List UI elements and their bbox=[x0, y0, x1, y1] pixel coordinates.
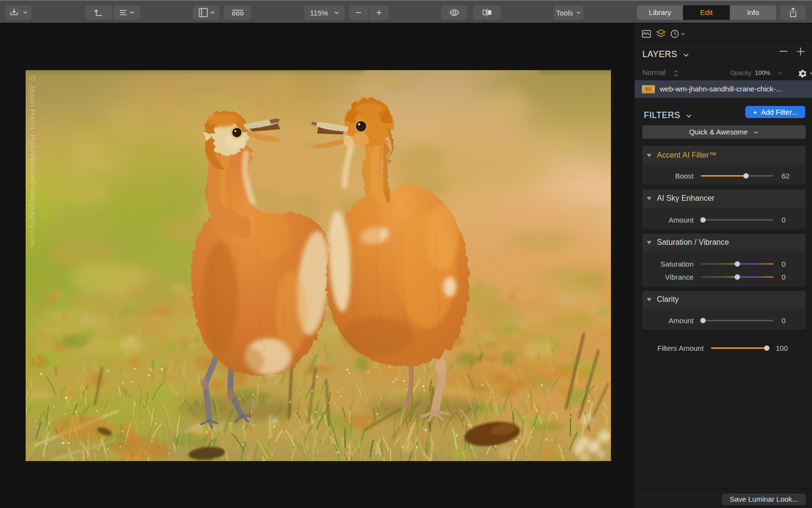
svg-text:© Jason Hahn, HahnNaturePhotog: © Jason Hahn, HahnNaturePhotography.com bbox=[29, 75, 37, 247]
